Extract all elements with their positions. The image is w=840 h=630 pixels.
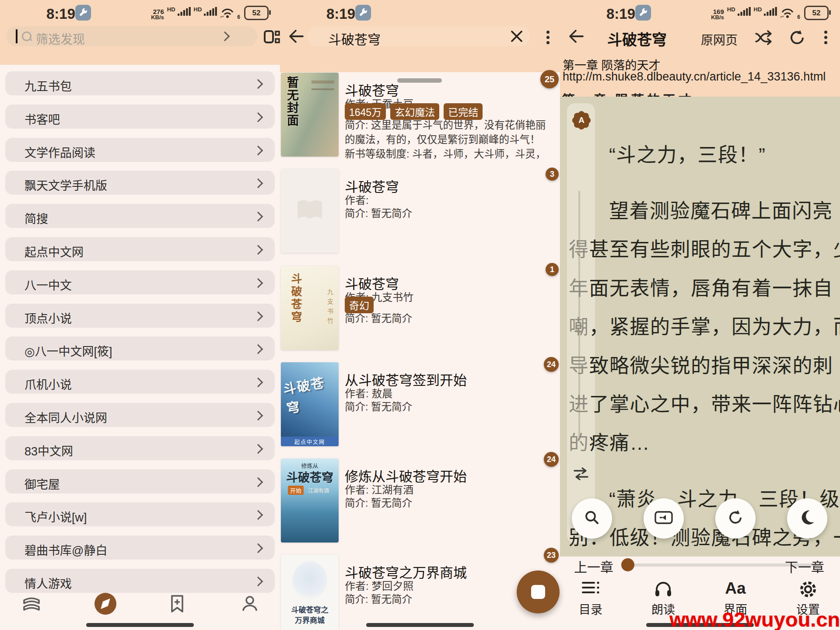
source-item[interactable]: ◎八一中文网[筱] bbox=[5, 336, 275, 360]
source-label: 情人游戏 bbox=[24, 574, 72, 592]
back-icon-reader[interactable] bbox=[567, 28, 584, 46]
layout-toggle-icon[interactable] bbox=[263, 28, 281, 47]
read-aloud-circle-icon bbox=[654, 508, 674, 529]
reader-title: 斗破苍穹 bbox=[607, 28, 667, 49]
source-item[interactable]: 情人游戏 bbox=[5, 569, 275, 593]
tag-row: 奇幻 bbox=[345, 297, 374, 313]
source-item[interactable]: 全本同人小说网 bbox=[5, 403, 275, 427]
result-intro: 简介: 暂无简介 bbox=[345, 206, 550, 221]
prev-chapter-button[interactable]: 上一章 bbox=[574, 556, 613, 576]
refresh-icon[interactable] bbox=[788, 29, 806, 48]
signal-bars-icon bbox=[178, 7, 192, 20]
result-intro: 简介: 暂无简介 bbox=[345, 312, 550, 326]
swap-arrows-icon[interactable] bbox=[571, 466, 591, 483]
menu-dots-reader[interactable] bbox=[824, 31, 827, 34]
wrench-app-icon bbox=[75, 5, 91, 21]
nav-subscribe-icon[interactable] bbox=[165, 592, 189, 616]
source-item[interactable]: 书客吧 bbox=[5, 105, 275, 129]
result-count-badge: 1 bbox=[546, 263, 559, 276]
source-item[interactable]: 御宅屋 bbox=[5, 469, 275, 494]
home-indicator-middle bbox=[366, 623, 474, 627]
source-label: 九五书包 bbox=[24, 77, 72, 94]
source-item[interactable]: 83中文网 bbox=[5, 436, 275, 460]
shuffle-source-icon[interactable] bbox=[753, 29, 774, 48]
interface-icon: Aa bbox=[709, 579, 762, 598]
chevron-right-icon bbox=[253, 79, 263, 89]
source-item[interactable]: 简搜 bbox=[5, 204, 275, 228]
source-item[interactable]: 九五书包 bbox=[5, 71, 275, 95]
chevron-right-icon bbox=[253, 411, 263, 421]
source-label: 书客吧 bbox=[24, 110, 60, 127]
result-count-badge: 24 bbox=[544, 357, 559, 372]
chevron-right-icon bbox=[253, 378, 263, 388]
reader-line: 导致略微尖锐的指甲深深的刺 bbox=[569, 350, 839, 378]
nav-bookshelf-icon[interactable] bbox=[19, 592, 44, 616]
source-item[interactable]: 起点中文网 bbox=[5, 237, 275, 261]
list-drag-indicator bbox=[397, 78, 442, 83]
result-author: 作者: 敖晨 bbox=[345, 385, 392, 400]
hd-icon: HD bbox=[754, 6, 762, 13]
network-speed: 169KB/s bbox=[711, 9, 724, 20]
book-cover: 暂无封面 bbox=[281, 73, 339, 157]
slider-thumb[interactable] bbox=[621, 558, 634, 571]
read-aloud-button[interactable] bbox=[644, 498, 684, 539]
status-time: 8:19 bbox=[326, 6, 355, 22]
source-item[interactable]: 八一中文 bbox=[5, 270, 275, 294]
source-item[interactable]: 顶点小说 bbox=[5, 304, 275, 328]
book-cover: 斗破苍穹起点中文网 bbox=[281, 362, 339, 446]
read-aloud-icon bbox=[637, 579, 690, 597]
refresh-source-button[interactable] bbox=[715, 498, 756, 539]
search-query-text: 斗破苍穹 bbox=[328, 29, 381, 48]
original-page-button[interactable]: 原网页 bbox=[701, 31, 738, 48]
chevron-right-icon bbox=[253, 543, 263, 553]
result-count-badge: 23 bbox=[544, 548, 559, 563]
tag-row: 1645万玄幻魔法已完结 bbox=[345, 103, 483, 120]
wifi6-label: 6 bbox=[237, 14, 240, 20]
source-label: 碧曲书库@静白 bbox=[24, 541, 107, 558]
hd-icon: HD bbox=[194, 6, 202, 13]
reader-line: 进了掌心之中，带来一阵阵钻心 bbox=[569, 388, 839, 417]
chevron-right-icon bbox=[253, 477, 263, 487]
tag-badge: 奇幻 bbox=[345, 297, 374, 313]
source-item[interactable]: 爪机小说 bbox=[5, 370, 275, 394]
status-bar-right: 8:19169KB/sHDHD652 bbox=[560, 0, 840, 25]
source-item[interactable]: 飞卢小说[w] bbox=[5, 502, 275, 526]
result-intro: 简介: 这里是属于斗气的世界，没有花俏艳丽的魔法，有的，仅仅是繁衍到巅峰的斗气！… bbox=[345, 118, 550, 162]
night-mode-circle-icon bbox=[798, 508, 817, 529]
search-button[interactable] bbox=[572, 498, 612, 539]
tag-badge: 1645万 bbox=[345, 103, 386, 120]
result-intro: 简介: 暂无简介 bbox=[345, 400, 550, 414]
refresh-source-circle-icon bbox=[726, 508, 745, 529]
menu-dots-middle[interactable] bbox=[546, 31, 550, 34]
nav-explore-icon-active[interactable] bbox=[93, 592, 118, 616]
search-circle-icon bbox=[582, 508, 602, 529]
source-label: 飘天文学手机版 bbox=[24, 176, 107, 193]
result-count-badge: 3 bbox=[546, 168, 559, 181]
book-cover-placeholder bbox=[281, 169, 339, 253]
next-chapter-button[interactable]: 下一章 bbox=[785, 556, 824, 576]
reader-line: 年面无表情，唇角有着一抹自 bbox=[569, 273, 839, 301]
source-label: 御宅屋 bbox=[24, 475, 60, 492]
clear-search-icon[interactable] bbox=[509, 29, 524, 46]
wifi-icon bbox=[220, 7, 237, 20]
discover-filter-bar[interactable]: 筛选发现 bbox=[6, 26, 257, 46]
text-cursor bbox=[16, 29, 18, 43]
clipped-webpage-text: 第一章 陨落的天才 bbox=[562, 89, 838, 97]
source-item[interactable]: 文学作品阅读 bbox=[5, 138, 275, 162]
night-mode-button[interactable] bbox=[787, 498, 827, 539]
back-icon-middle[interactable] bbox=[287, 28, 304, 46]
nav-profile-icon[interactable] bbox=[238, 592, 262, 616]
source-item[interactable]: 碧曲书库@静白 bbox=[5, 536, 275, 560]
source-seal-icon: A bbox=[574, 113, 589, 128]
chevron-right-icon bbox=[253, 245, 263, 255]
wrench-app-icon bbox=[355, 5, 371, 21]
stop-icon bbox=[531, 585, 545, 599]
source-label: 全本同人小说网 bbox=[24, 409, 107, 426]
chevron-right-icon bbox=[253, 212, 263, 222]
source-label: 飞卢小说[w] bbox=[24, 508, 87, 525]
book-cover: 斗破苍穹之万界商城万界商城 bbox=[281, 555, 339, 630]
source-item[interactable]: 飘天文学手机版 bbox=[5, 171, 275, 195]
book-cover: 修炼从斗破苍穹开始江湖有酒 bbox=[281, 458, 339, 542]
wifi6-label: 6 bbox=[797, 14, 800, 20]
stop-search-button[interactable] bbox=[517, 570, 560, 613]
